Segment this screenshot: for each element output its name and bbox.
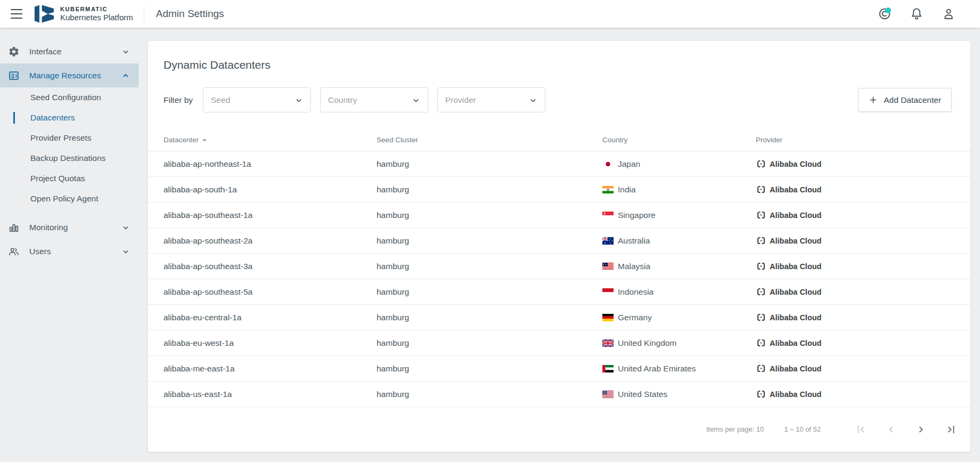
seed-cell: hamburg	[377, 390, 602, 399]
provider-filter-select[interactable]: Provider	[437, 87, 545, 112]
resources-icon	[8, 70, 20, 82]
chevron-down-icon	[528, 95, 538, 106]
users-icon	[8, 246, 20, 257]
country-cell: United Kingdom	[618, 338, 676, 348]
alibaba-cloud-icon	[756, 210, 766, 220]
provider-cell: Alibaba Cloud	[756, 185, 955, 194]
column-header-provider[interactable]: Provider	[756, 136, 955, 144]
brand-name: KUBERMATIC	[60, 6, 133, 12]
first-page-button[interactable]	[855, 423, 868, 436]
sidebar-item-label: Monitoring	[29, 223, 68, 232]
datacenter-cell: alibaba-ap-southeast-2a	[164, 236, 377, 246]
column-header-country[interactable]: Country	[602, 136, 756, 144]
filter-bar: Filter by Seed Country Provider Add Data…	[148, 87, 970, 112]
sidebar-item-project-quotas[interactable]: Project Quotas	[0, 168, 138, 189]
user-profile-icon[interactable]	[942, 7, 956, 21]
column-header-seed-cluster[interactable]: Seed Cluster	[377, 136, 602, 144]
provider-cell: Alibaba Cloud	[756, 390, 955, 399]
table-row[interactable]: alibaba-ap-northeast-1a hamburg Japan Al…	[148, 151, 970, 177]
flag-india-icon	[602, 186, 614, 193]
table-row[interactable]: alibaba-ap-southeast-1a hamburg Singapor…	[148, 202, 970, 228]
provider-cell: Alibaba Cloud	[756, 287, 955, 296]
brand-subtitle: Kubernetes Platform	[60, 13, 133, 22]
sub-item-label: Backup Destinations	[30, 153, 105, 163]
alibaba-cloud-icon	[756, 364, 766, 373]
kubermatic-logo[interactable]: KUBERMATIC Kubernetes Platform	[34, 5, 133, 23]
sidebar-item-seed-configuration[interactable]: Seed Configuration	[0, 87, 138, 108]
alibaba-cloud-icon	[756, 390, 766, 399]
country-cell: Japan	[618, 159, 640, 169]
flag-united-states-icon	[602, 391, 614, 398]
table-row[interactable]: alibaba-eu-central-1a hamburg Germany Al…	[148, 305, 970, 330]
sidebar-item-users[interactable]: Users	[0, 239, 138, 263]
sub-item-label: Seed Configuration	[30, 93, 101, 102]
page-title: Admin Settings	[156, 8, 224, 20]
flag-australia-icon	[602, 237, 614, 245]
table-row[interactable]: alibaba-ap-southeast-2a hamburg Australi…	[148, 228, 970, 254]
table-row[interactable]: alibaba-ap-southeast-3a hamburg Malaysia…	[148, 254, 970, 279]
provider-cell: Alibaba Cloud	[756, 313, 955, 322]
column-label: Provider	[756, 136, 782, 144]
seed-cell: hamburg	[377, 262, 602, 271]
flag-singapore-icon	[602, 212, 614, 219]
provider-cell: Alibaba Cloud	[756, 159, 955, 168]
datacenter-cell: alibaba-us-east-1a	[164, 390, 377, 399]
brand-text: KUBERMATIC Kubernetes Platform	[60, 6, 133, 22]
column-label: Seed Cluster	[377, 136, 418, 144]
sub-item-label: Open Policy Agent	[30, 194, 99, 204]
sidebar-item-manage-resources[interactable]: Manage Resources	[0, 63, 138, 87]
seed-filter-select[interactable]: Seed	[203, 87, 311, 112]
datacenter-cell: alibaba-ap-south-1a	[164, 185, 377, 194]
bar-chart-icon	[8, 222, 20, 233]
sidebar-item-backup-destinations[interactable]: Backup Destinations	[0, 148, 138, 168]
add-datacenter-button[interactable]: Add Datacenter	[858, 88, 952, 112]
provider-cell: Alibaba Cloud	[756, 210, 955, 220]
provider-filter-placeholder: Provider	[445, 95, 528, 105]
changelog-icon[interactable]	[878, 7, 892, 21]
chevron-down-icon	[293, 95, 304, 106]
items-per-page-value[interactable]: 10	[756, 425, 764, 433]
table-row[interactable]: alibaba-us-east-1a hamburg United States…	[148, 382, 970, 407]
table-row[interactable]: alibaba-me-east-1a hamburg United Arab E…	[148, 356, 970, 382]
previous-page-button[interactable]	[885, 423, 897, 436]
last-page-button[interactable]	[944, 423, 957, 436]
country-filter-placeholder: Country	[328, 95, 411, 105]
top-header: KUBERMATIC Kubernetes Platform Admin Set…	[0, 0, 980, 28]
sidebar-item-interface[interactable]: Interface	[0, 39, 138, 63]
gear-icon	[8, 46, 20, 58]
sort-ascending-icon	[201, 137, 208, 143]
filter-by-label: Filter by	[164, 95, 194, 105]
sidebar-item-monitoring[interactable]: Monitoring	[0, 215, 138, 239]
sidebar-item-label: Interface	[29, 47, 61, 56]
flag-united-arab-emirates-icon	[602, 365, 614, 372]
sidebar-item-label: Manage Resources	[29, 71, 101, 80]
chevron-down-icon	[120, 46, 131, 57]
country-cell: Germany	[618, 313, 652, 322]
seed-cell: hamburg	[377, 313, 602, 322]
table-row[interactable]: alibaba-ap-southeast-5a hamburg Indonesi…	[148, 279, 970, 305]
notifications-bell-icon[interactable]	[910, 7, 924, 21]
table-row[interactable]: alibaba-eu-west-1a hamburg United Kingdo…	[148, 330, 970, 356]
sidebar-item-provider-presets[interactable]: Provider Presets	[0, 128, 138, 148]
country-cell: Singapore	[618, 210, 656, 220]
chevron-up-icon	[120, 70, 131, 81]
table-row[interactable]: alibaba-ap-south-1a hamburg India Alibab…	[148, 177, 970, 202]
datacenter-cell: alibaba-me-east-1a	[164, 364, 377, 374]
sidebar-item-datacenters[interactable]: Datacenters	[0, 108, 138, 128]
datacenter-cell: alibaba-ap-southeast-1a	[164, 210, 377, 220]
sidebar-item-open-policy-agent[interactable]: Open Policy Agent	[0, 189, 138, 209]
country-filter-select[interactable]: Country	[320, 87, 428, 112]
sidebar-item-label: Users	[29, 247, 51, 256]
column-header-datacenter[interactable]: Datacenter	[164, 136, 377, 144]
chevron-down-icon	[411, 95, 421, 106]
flag-united-kingdom-icon	[602, 339, 614, 347]
country-cell: United States	[618, 390, 667, 399]
chevron-down-icon	[120, 222, 131, 233]
flag-malaysia-icon	[602, 263, 614, 270]
menu-hamburger-icon[interactable]	[10, 9, 23, 19]
next-page-button[interactable]	[914, 423, 927, 436]
datacenter-cell: alibaba-eu-central-1a	[164, 313, 377, 322]
page-range-label: 1 – 10 of 52	[784, 425, 821, 433]
seed-cell: hamburg	[377, 159, 602, 169]
country-cell: United Arab Emirates	[618, 364, 696, 374]
